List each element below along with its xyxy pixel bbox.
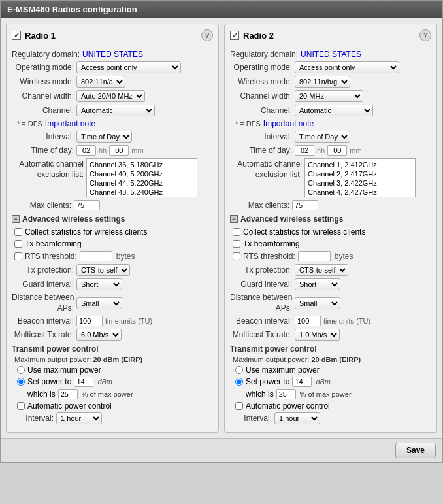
radio1-tx-protection-select[interactable]: CTS-to-self None RTS/CTS bbox=[76, 264, 130, 276]
radio1-which-is-unit: % of max power bbox=[82, 390, 133, 398]
radio2-tx-power-max-value: 20 dBm (EIRP) bbox=[311, 356, 361, 363]
radio2-operating-mode-row: Operating mode: Access point only Access… bbox=[230, 61, 431, 73]
radio2-set-power-radio[interactable] bbox=[235, 378, 243, 386]
radio1-wireless-mode-select[interactable]: 802.11n/a 802.11a 802.11n bbox=[76, 76, 125, 88]
radio2-interval-select[interactable]: Time of Day Hourly Daily bbox=[295, 131, 350, 143]
radio1-rts-checkbox[interactable] bbox=[14, 252, 22, 260]
radio1-wireless-mode-label: Wireless mode: bbox=[12, 77, 74, 86]
radio2-channel-select[interactable]: Automatic bbox=[295, 105, 373, 116]
radio2-time-mm-input[interactable] bbox=[327, 145, 347, 156]
radio2-multicast-select[interactable]: 1.0 Mb/s 6.0 Mb/s 2.0 Mb/s bbox=[295, 329, 340, 341]
radio1-tx-beamforming-checkbox[interactable] bbox=[14, 240, 22, 248]
radio1-channel-item-3[interactable]: Channel 44, 5.220GHz bbox=[88, 178, 195, 188]
radio2-interval-row: Interval: Time of Day Hourly Daily bbox=[230, 131, 431, 143]
radio1-time-hh-hint: hh bbox=[99, 146, 107, 154]
radio1-interval-select[interactable]: Time of Day Hourly Daily bbox=[76, 131, 132, 143]
radio2-guard-interval-select[interactable]: Short Long Auto bbox=[295, 278, 340, 290]
radio2-time-hh-input[interactable] bbox=[295, 145, 314, 156]
radio2-dfs-row: * = DFS Important note bbox=[235, 119, 431, 128]
radio1-time-hh-input[interactable] bbox=[76, 145, 96, 156]
radio1-channel-item-2[interactable]: Channel 40, 5.200GHz bbox=[88, 169, 195, 178]
radio1-channel-excl-row: Automatic channelexclusion list: Channel… bbox=[12, 158, 213, 197]
radio1-wireless-mode-row: Wireless mode: 802.11n/a 802.11a 802.11n bbox=[12, 76, 213, 88]
radio1-channel-item-1[interactable]: Channel 36, 5.180GHz bbox=[88, 160, 195, 169]
radio1-channel-item-4[interactable]: Channel 48, 5.240GHz bbox=[88, 188, 195, 197]
radio2-set-power-row: Set power to dBm bbox=[235, 377, 431, 387]
radio2-auto-power-checkbox[interactable] bbox=[235, 402, 243, 410]
window-title: E-MSM460 Radios configuration bbox=[7, 5, 137, 14]
radio2-use-max-label: Use maximum power bbox=[246, 365, 320, 375]
radio2-channel-item-4[interactable]: Channel 4, 2.427GHz bbox=[306, 188, 414, 197]
radio1-use-max-radio[interactable] bbox=[17, 366, 25, 374]
radio1-max-clients-input[interactable] bbox=[74, 200, 100, 210]
radio1-interval-label: Interval: bbox=[12, 132, 74, 141]
radio2-rts-input[interactable] bbox=[298, 251, 331, 261]
radio2-collect-stats-checkbox[interactable] bbox=[233, 228, 240, 236]
radio1-time-mm-input[interactable] bbox=[109, 145, 129, 156]
radio2-max-clients-input[interactable] bbox=[292, 200, 318, 210]
radio1-collect-stats-checkbox[interactable] bbox=[14, 228, 22, 236]
radio2-set-power-unit: dBm bbox=[316, 378, 331, 386]
radio2-channel-item-3[interactable]: Channel 3, 2.422GHz bbox=[306, 178, 414, 188]
radio2-advanced-toggle[interactable]: − Advanced wireless settings bbox=[230, 214, 431, 224]
radio2-rts-label: RTS threshold: bbox=[243, 252, 295, 261]
radio2-which-is-unit: % of max power bbox=[300, 390, 352, 398]
radio1-title: ✓ Radio 1 bbox=[12, 31, 56, 41]
radio2-which-is-input[interactable] bbox=[276, 389, 296, 399]
radio2-wireless-mode-select[interactable]: 802.11n/b/g 802.11b/g 802.11n bbox=[295, 76, 350, 88]
radio1-enable-checkbox[interactable]: ✓ bbox=[12, 31, 21, 40]
radio2-channel-width-select[interactable]: 20 MHz Auto 20/40 MHz 40 MHz bbox=[295, 90, 363, 102]
radio2-channel-item-2[interactable]: Channel 2, 2.417GHz bbox=[306, 169, 414, 178]
radio1-set-power-radio[interactable] bbox=[17, 378, 25, 386]
radio1-beacon-input[interactable] bbox=[76, 316, 103, 326]
radio2-channel-item-1[interactable]: Channel 1, 2.412GHz bbox=[306, 160, 414, 169]
radio1-use-max-label: Use maximum power bbox=[27, 365, 101, 375]
radio2-operating-mode-select[interactable]: Access point only Access only Monitor bbox=[295, 61, 399, 73]
radio2-guard-interval-label: Guard interval: bbox=[230, 280, 292, 289]
radio2-tx-beamforming-checkbox[interactable] bbox=[233, 240, 240, 248]
radio1-dfs-row: * = DFS Important note bbox=[17, 119, 213, 128]
radio1-channel-select[interactable]: Automatic bbox=[76, 105, 155, 116]
radio2-set-power-input[interactable] bbox=[292, 377, 312, 387]
radio2-time-row: Time of day: hh mm bbox=[230, 145, 431, 156]
radio1-set-power-input[interactable] bbox=[74, 377, 93, 387]
radio2-distance-select[interactable]: Small Medium Large bbox=[295, 297, 340, 309]
radio2-use-max-radio[interactable] bbox=[235, 366, 243, 374]
radio2-interval2-select[interactable]: 1 hour 2 hours 6 hours bbox=[274, 412, 320, 424]
radio2-beacon-row: Beacon interval: time units (TU) bbox=[230, 316, 431, 326]
radio2-help-button[interactable]: ? bbox=[419, 29, 431, 41]
save-button[interactable]: Save bbox=[395, 443, 436, 458]
radio1-interval2-select[interactable]: 1 hour 2 hours 6 hours bbox=[56, 412, 102, 424]
radio2-rts-checkbox[interactable] bbox=[233, 252, 240, 260]
radio1-time-mm-hint: mm bbox=[131, 146, 143, 154]
radio1-multicast-label: Multicast Tx rate: bbox=[12, 330, 74, 339]
radio1-rts-input[interactable] bbox=[80, 251, 112, 261]
radio2-enable-checkbox[interactable]: ✓ bbox=[230, 31, 239, 40]
radio2-beacon-input[interactable] bbox=[295, 316, 321, 326]
radio1-channel-width-row: Channel width: Auto 20/40 MHz 20 MHz 40 … bbox=[12, 90, 213, 102]
radio2-channel-list[interactable]: Channel 1, 2.412GHz Channel 2, 2.417GHz … bbox=[304, 158, 416, 197]
radio1-distance-select[interactable]: Small Medium Large bbox=[76, 297, 122, 309]
radio1-help-button[interactable]: ? bbox=[201, 29, 213, 41]
radio1-dfs-link[interactable]: Important note bbox=[45, 119, 95, 128]
radio2-dfs-link[interactable]: Important note bbox=[263, 119, 314, 128]
bottom-bar: Save bbox=[1, 438, 442, 462]
radio1-guard-interval-select[interactable]: Short Long Auto bbox=[76, 278, 122, 290]
radio1-header: ✓ Radio 1 ? bbox=[12, 29, 213, 44]
radio1-regulatory-link[interactable]: UNITED STATES bbox=[82, 50, 143, 59]
radio2-beacon-unit: time units (TU) bbox=[323, 317, 370, 325]
radio1-multicast-select[interactable]: 6.0 Mb/s 1.0 Mb/s 2.0 Mb/s bbox=[76, 329, 122, 341]
radio1-regulatory-label: Regulatory domain: bbox=[12, 50, 80, 59]
radio1-channel-width-select[interactable]: Auto 20/40 MHz 20 MHz 40 MHz bbox=[76, 90, 145, 102]
radio1-operating-mode-row: Operating mode: Access point only Access… bbox=[12, 61, 213, 73]
radio1-advanced-toggle[interactable]: − Advanced wireless settings bbox=[12, 214, 213, 224]
radio1-use-max-row: Use maximum power bbox=[17, 365, 213, 375]
radio1-distance-row: Distance betweenAPs: Small Medium Large bbox=[12, 293, 213, 313]
radio1-channel-list[interactable]: Channel 36, 5.180GHz Channel 40, 5.200GH… bbox=[86, 158, 197, 197]
radio2-tx-protection-select[interactable]: CTS-to-self None RTS/CTS bbox=[295, 264, 348, 276]
radio1-auto-power-checkbox[interactable] bbox=[17, 402, 25, 410]
radio1-rts-unit: bytes bbox=[116, 252, 135, 261]
radio1-which-is-input[interactable] bbox=[58, 389, 78, 399]
radio1-operating-mode-select[interactable]: Access point only Access only Monitor bbox=[76, 61, 181, 73]
radio2-regulatory-link[interactable]: UNITED STATES bbox=[301, 50, 361, 59]
